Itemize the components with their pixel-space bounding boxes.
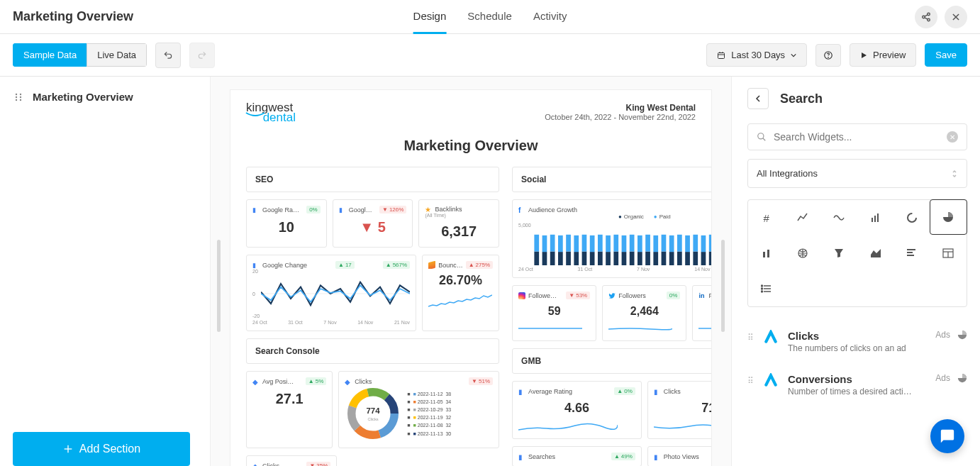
- tab-schedule[interactable]: Schedule: [467, 0, 512, 34]
- integrations-dropdown[interactable]: All Integrations: [747, 159, 967, 188]
- bounce-spark: [428, 291, 492, 312]
- chart-type-grid: #: [747, 199, 967, 307]
- type-list-icon[interactable]: [748, 271, 784, 306]
- type-hbar-icon[interactable]: [893, 235, 930, 271]
- widget-conversions[interactable]: ⠿ Conversions Number of times a desired …: [747, 363, 967, 406]
- svg-rect-65: [669, 252, 674, 265]
- svg-rect-48: [598, 235, 603, 252]
- svg-point-91: [758, 133, 764, 139]
- svg-rect-37: [558, 252, 563, 265]
- search-console-icon: ◆: [252, 462, 260, 466]
- card-searches[interactable]: ▮Searches▲ 49%: [512, 446, 642, 466]
- widget-clicks[interactable]: ⠿ Clicks The numbers of clicks on an ad …: [747, 320, 967, 363]
- gmb-icon: ▮: [654, 388, 661, 395]
- svg-point-110: [761, 288, 762, 289]
- svg-rect-58: [637, 235, 642, 252]
- svg-point-111: [761, 291, 762, 292]
- drag-icon[interactable]: ⠿: [747, 333, 754, 343]
- clicks-donut: 774 Clicks: [345, 385, 401, 442]
- tab-design[interactable]: Design: [413, 0, 447, 34]
- card-google-change[interactable]: ▮Google Change ▲ 17 ▲ 567% 200-20: [246, 255, 416, 331]
- chart-legend: OrganicPaid: [518, 213, 712, 220]
- type-wave-icon[interactable]: [821, 200, 857, 235]
- svg-rect-53: [621, 252, 626, 265]
- delta-badge: ▲ 0%: [614, 387, 635, 395]
- card-ig-followers[interactable]: Followe…▼ 53% 59: [512, 285, 596, 341]
- svg-rect-69: [685, 252, 690, 265]
- svg-rect-56: [629, 235, 634, 252]
- type-bar-icon[interactable]: [857, 200, 893, 235]
- search-widgets-input[interactable]: ✕: [747, 123, 967, 150]
- type-table-icon[interactable]: [930, 235, 967, 271]
- undo-icon[interactable]: [155, 43, 181, 68]
- star-icon: ★: [425, 206, 432, 213]
- type-progress-icon[interactable]: [893, 200, 930, 235]
- type-pie-icon[interactable]: [930, 199, 967, 235]
- card-google-2[interactable]: ▮Googl…▼ 126% ▼ 5: [333, 199, 413, 248]
- date-range-button[interactable]: Last 30 Days: [706, 43, 807, 67]
- preview-button[interactable]: Preview: [850, 43, 916, 67]
- add-section-button[interactable]: Add Section: [13, 432, 190, 466]
- type-funnel-icon[interactable]: [821, 235, 857, 271]
- clear-search-icon[interactable]: ✕: [947, 131, 958, 143]
- section-seo[interactable]: SEO: [246, 167, 499, 192]
- save-button[interactable]: Save: [925, 43, 967, 67]
- type-column-icon[interactable]: [748, 235, 784, 271]
- chat-fab[interactable]: [930, 419, 964, 453]
- svg-rect-49: [606, 252, 611, 265]
- svg-point-18: [20, 99, 21, 100]
- scroll-indicator[interactable]: [217, 240, 221, 332]
- card-li-followers[interactable]: inFollowers▼ 73% 404: [692, 285, 712, 341]
- card-avg-rating[interactable]: ▮Average Rating▲ 0% 4.66: [512, 381, 642, 439]
- section-social[interactable]: Social: [512, 167, 712, 192]
- drag-icon[interactable]: [14, 93, 23, 101]
- type-area-icon[interactable]: [857, 235, 893, 271]
- help-icon[interactable]: [815, 44, 841, 67]
- card-gmb-clicks[interactable]: ▮Clicks▲ 61% 712: [647, 381, 712, 439]
- type-line-icon[interactable]: [784, 200, 820, 235]
- svg-rect-74: [701, 235, 706, 252]
- card-photo-views[interactable]: ▮Photo Views▲ 361%: [647, 446, 712, 466]
- card-avg-position[interactable]: ◆Avg Posi…▲ 5% 27.1: [246, 371, 333, 448]
- card-clicks-sc[interactable]: ◆Clicks▼ 51% 774: [338, 371, 499, 448]
- type-number-icon[interactable]: #: [748, 200, 784, 235]
- svg-rect-38: [558, 235, 563, 252]
- card-backlinks[interactable]: ★Backlinks (All Time) 6,317: [418, 199, 499, 248]
- report-page: kingwest dental King West Dental October…: [230, 89, 712, 466]
- data-mode-toggle: Sample Data Live Data: [13, 43, 147, 67]
- svg-point-1: [923, 16, 925, 18]
- card-tw-followers[interactable]: Followers0% 2,464: [602, 285, 686, 341]
- svg-rect-100: [907, 249, 915, 250]
- card-google-rank[interactable]: ▮Google Ra…0% 10: [246, 199, 327, 248]
- tab-activity[interactable]: Activity: [533, 0, 567, 34]
- svg-rect-60: [645, 235, 650, 252]
- svg-rect-40: [566, 235, 571, 252]
- card-clicks-2[interactable]: ◆Clicks▼ 35%: [246, 455, 337, 466]
- svg-rect-98: [767, 250, 769, 257]
- type-geo-icon[interactable]: [784, 235, 820, 271]
- svg-rect-39: [566, 252, 571, 265]
- svg-text:774: 774: [367, 406, 381, 415]
- svg-rect-62: [653, 235, 658, 252]
- card-bounce[interactable]: Bounc…▲ 275% 26.70%: [422, 255, 499, 331]
- live-data-button[interactable]: Live Data: [87, 43, 147, 67]
- drag-icon[interactable]: ⠿: [747, 376, 754, 386]
- sidebar-section-title[interactable]: Marketing Overview: [33, 91, 133, 103]
- section-search-console[interactable]: Search Console: [246, 338, 499, 364]
- client-name: King West Dental: [545, 103, 696, 113]
- card-audience-growth[interactable]: fAudience Growth 83,552 ▼ 1% OrganicPaid…: [512, 199, 712, 278]
- scroll-indicator[interactable]: [721, 240, 725, 332]
- svg-rect-61: [653, 252, 658, 265]
- back-button[interactable]: [747, 88, 769, 109]
- search-icon: [757, 132, 767, 142]
- section-gmb[interactable]: GMB: [512, 348, 712, 374]
- delta-badge: 0%: [667, 292, 681, 299]
- svg-rect-66: [669, 235, 674, 252]
- close-icon[interactable]: [945, 6, 967, 28]
- svg-rect-57: [637, 252, 642, 265]
- share-icon[interactable]: [915, 6, 937, 28]
- sample-data-button[interactable]: Sample Data: [13, 43, 87, 67]
- svg-point-16: [20, 96, 21, 97]
- search-field[interactable]: [774, 131, 940, 143]
- svg-rect-46: [589, 235, 594, 252]
